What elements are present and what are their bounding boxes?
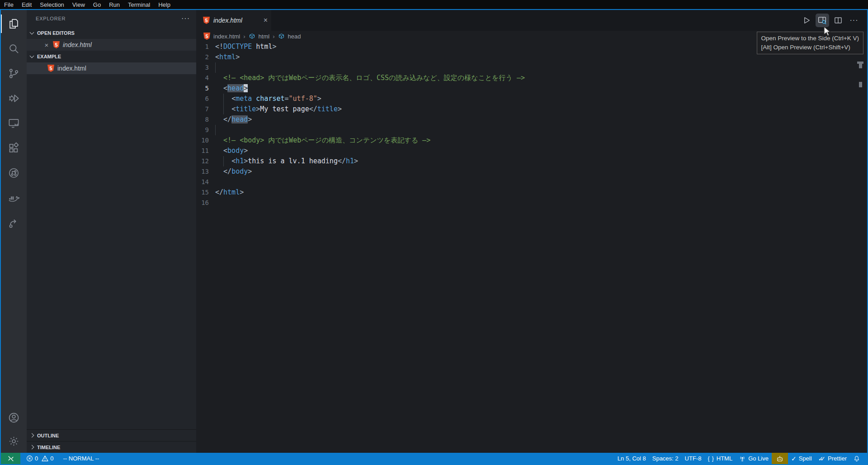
status-spell-checker[interactable]: ✓Spell	[788, 453, 815, 464]
code-line-6[interactable]: 6 <meta charset="utf-8">	[196, 94, 867, 104]
status-encoding[interactable]: UTF-8	[682, 453, 705, 464]
settings-icon[interactable]	[1, 429, 27, 453]
menu-item-go[interactable]: Go	[89, 0, 105, 9]
status-extension-badge[interactable]	[772, 453, 788, 464]
open-editor-item-index-html[interactable]: × 5 index.html	[27, 39, 196, 51]
code-line-8[interactable]: 8 </head>	[196, 114, 867, 125]
status-indentation[interactable]: Spaces: 2	[649, 453, 682, 464]
chevron-right-icon	[30, 445, 34, 450]
html5-file-icon: 5	[203, 17, 210, 24]
section-timeline[interactable]: TIMELINE	[27, 441, 196, 453]
run-debug-icon[interactable]	[1, 86, 27, 111]
html5-file-icon: 5	[47, 65, 54, 72]
menu-item-view[interactable]: View	[68, 0, 89, 9]
status-prettier[interactable]: ✓✓Prettier	[815, 453, 850, 464]
code-line-15[interactable]: 15</html>	[196, 187, 867, 198]
code-line-16[interactable]: 16	[196, 198, 867, 208]
live-share-icon[interactable]	[1, 210, 27, 235]
code-line-10[interactable]: 10 <!— <body> 内ではWebページの構造、コンテンツを表記する —>	[196, 135, 867, 146]
file-item-index-html[interactable]: 5 index.html	[27, 62, 196, 74]
breadcrumb-head[interactable]: head	[288, 33, 301, 40]
status-language-mode[interactable]: { }HTML	[704, 453, 736, 464]
code-line-13[interactable]: 13 </body>	[196, 166, 867, 177]
check-icon: ✓	[791, 455, 797, 462]
code-line-9[interactable]: 9	[196, 125, 867, 135]
menu-item-terminal[interactable]: Terminal	[124, 0, 154, 9]
problems-indicator[interactable]: 0 0	[23, 453, 57, 464]
split-editor-button[interactable]	[831, 14, 845, 27]
code-line-4[interactable]: 4 <!— <head> 内ではWebページの表示名、ロゴ、CSSの読み込みなど…	[196, 73, 867, 83]
symbol-cube-icon	[278, 33, 285, 40]
menu-item-edit[interactable]: Edit	[18, 0, 36, 9]
html5-file-icon: 5	[53, 41, 60, 48]
line-number: 2	[196, 52, 209, 62]
robot-icon	[776, 455, 784, 462]
extensions-icon[interactable]	[1, 136, 27, 161]
accounts-icon[interactable]	[1, 406, 27, 429]
sidebar-header: EXPLORER ···	[27, 10, 196, 27]
error-icon	[26, 455, 33, 462]
menu-item-selection[interactable]: Selection	[36, 0, 68, 9]
explorer-sidebar: EXPLORER ··· OPEN EDITORS × 5 index.html…	[27, 10, 196, 453]
editor-group: 5 index.html × ···	[196, 10, 867, 453]
chevron-right-icon	[30, 433, 34, 438]
line-number: 12	[196, 156, 209, 166]
code-line-3[interactable]: 3	[196, 62, 867, 73]
more-actions-icon[interactable]: ···	[847, 14, 861, 27]
broadcast-icon	[739, 455, 746, 462]
line-number: 4	[196, 73, 209, 83]
status-bar: 0 0 -- NORMAL -- Ln 5, Col 8Spaces: 2UTF…	[1, 453, 867, 464]
vim-block-cursor: >	[244, 84, 248, 92]
more-actions-icon[interactable]: ···	[181, 14, 190, 23]
source-control-icon[interactable]	[1, 61, 27, 86]
code-line-5[interactable]: 5 <head>	[196, 83, 867, 94]
preview-tooltip: Open Preview to the Side (Ctrl+K V) [Alt…	[757, 32, 863, 54]
remote-indicator[interactable]	[1, 453, 20, 464]
status-notifications[interactable]	[850, 453, 863, 464]
menu-item-run[interactable]: Run	[105, 0, 124, 9]
line-number: 8	[196, 114, 209, 125]
code-line-7[interactable]: 7 <title>My test page</title>	[196, 104, 867, 114]
line-number: 14	[196, 177, 209, 187]
code-line-12[interactable]: 12 <h1>this is a lv.1 heading</h1>	[196, 156, 867, 166]
line-number: 10	[196, 135, 209, 146]
braces-icon: { }	[708, 456, 714, 462]
menu-item-help[interactable]: Help	[154, 0, 175, 9]
line-number: 15	[196, 187, 209, 198]
indent-guide	[223, 104, 224, 114]
status-cursor-position[interactable]: Ln 5, Col 8	[614, 453, 649, 464]
line-number: 9	[196, 125, 209, 135]
section-outline[interactable]: OUTLINE	[27, 429, 196, 441]
tab-bar: 5 index.html × ···	[196, 10, 867, 31]
open-preview-button[interactable]	[816, 14, 829, 27]
breadcrumb-file[interactable]: index.html	[213, 33, 240, 40]
activity-bar	[1, 10, 27, 453]
code-area[interactable]: 1<!DOCTYPE html>2<html>34 <!— <head> 内では…	[196, 42, 867, 453]
code-line-11[interactable]: 11 <body>	[196, 146, 867, 156]
status-go-live[interactable]: Go Live	[736, 453, 772, 464]
search-icon[interactable]	[1, 36, 27, 61]
line-number: 6	[196, 94, 209, 104]
menu-item-file[interactable]: File	[0, 0, 18, 9]
tab-index-html[interactable]: 5 index.html ×	[196, 10, 271, 31]
breadcrumb-html[interactable]: html	[259, 33, 270, 40]
close-icon[interactable]: ×	[43, 41, 50, 49]
code-line-14[interactable]: 14	[196, 177, 867, 187]
close-tab-icon[interactable]: ×	[264, 16, 268, 24]
html5-file-icon: 5	[203, 33, 210, 40]
line-number: 11	[196, 146, 209, 156]
remote-explorer-icon[interactable]	[1, 111, 27, 136]
vim-mode-indicator[interactable]: -- NORMAL --	[63, 455, 99, 462]
bell-icon	[853, 455, 860, 462]
run-button[interactable]	[800, 14, 813, 27]
line-number: 3	[196, 62, 209, 73]
line-number: 16	[196, 198, 209, 208]
vscode-window: FileEditSelectionViewGoRunTerminalHelp E…	[0, 0, 868, 465]
indent-guide	[223, 156, 224, 166]
section-open-editors[interactable]: OPEN EDITORS	[27, 27, 196, 39]
docker-icon[interactable]	[1, 185, 27, 210]
explorer-icon[interactable]	[1, 11, 27, 36]
git-graph-icon[interactable]	[1, 161, 27, 185]
line-number: 5	[196, 83, 209, 94]
section-example-folder[interactable]: EXAMPLE	[27, 51, 196, 62]
